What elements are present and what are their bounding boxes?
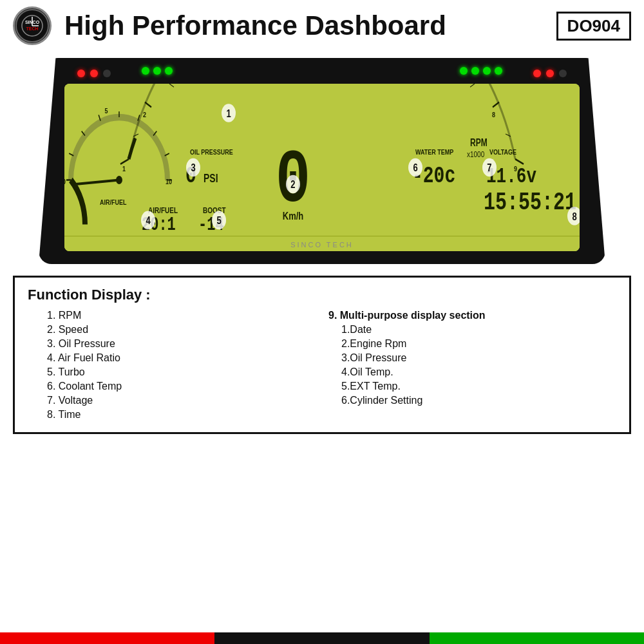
led-left-1 (77, 70, 85, 77)
led-cr-3 (483, 67, 491, 75)
list-item: 7. Voltage (34, 395, 316, 406)
function-title: Function Display : (28, 287, 616, 303)
led-cl-2 (153, 67, 161, 75)
svg-text:8: 8 (492, 111, 495, 118)
logo-area: SINCO TECH (13, 6, 52, 45)
sub-list-item: 2.Engine Rpm (328, 338, 610, 350)
svg-text:OIL PRESSURE: OIL PRESSURE (190, 148, 233, 156)
svg-text:3: 3 (191, 162, 195, 174)
led-cr-4 (495, 67, 502, 75)
dashboard: SINCO TECH (39, 58, 605, 264)
led-left-2 (90, 70, 98, 77)
bar-green (430, 632, 644, 644)
right-button-bot[interactable] (604, 148, 609, 164)
bar-red (0, 632, 214, 644)
left-button-top[interactable] (35, 97, 40, 112)
svg-text:6: 6 (413, 162, 417, 174)
left-button-bot[interactable] (35, 148, 40, 164)
led-cl-3 (165, 67, 173, 75)
list-item: 1. RPM (34, 310, 316, 321)
led-cr-2 (471, 67, 479, 75)
leds-center-right (460, 67, 502, 75)
svg-text:Km/h: Km/h (283, 209, 303, 222)
list-item-coolant-temp: 6. Coolant Temp (34, 381, 316, 392)
list-item: 8. Time (34, 409, 316, 421)
svg-text:WATER TEMP: WATER TEMP (415, 148, 453, 156)
svg-text:2: 2 (143, 111, 146, 118)
sub-list-item: 3.Oil Pressure (328, 352, 610, 364)
led-cl-1 (142, 67, 149, 75)
svg-text:TECH: TECH (26, 26, 38, 31)
right-button-mid[interactable] (604, 122, 609, 138)
brand-label: SINCO TECH (290, 241, 354, 249)
led-right-2 (546, 70, 554, 77)
leds-center-left (142, 67, 173, 75)
function-cols: 1. RPM 2. Speed 3. Oil Pressure 4. Air F… (28, 310, 616, 423)
svg-text:5: 5 (105, 106, 108, 114)
model-badge: DO904 (556, 12, 631, 41)
svg-text:2017-07-29: 2017-07-29 (214, 250, 430, 251)
right-section-header: 9. Multi-purpose display section (328, 310, 610, 321)
bottom-bars (0, 632, 644, 644)
sub-list-item: 1.Date (328, 324, 610, 336)
dashboard-container: SINCO TECH (0, 52, 644, 270)
function-col-right: 9. Multi-purpose display section 1.Date … (322, 310, 616, 423)
svg-text:1: 1 (122, 165, 126, 173)
right-button-top[interactable] (604, 97, 609, 112)
list-item: 4. Air Fuel Ratio (34, 352, 316, 364)
lcd-screen: 0 5 10 AIR/FUEL (64, 84, 580, 251)
sub-list-item: 5.EXT Temp. (328, 381, 610, 392)
leds-left (77, 70, 111, 77)
led-left-3 (103, 70, 111, 77)
led-right-3 (559, 70, 567, 77)
led-right-1 (533, 70, 541, 77)
list-item: 5. Turbo (34, 366, 316, 378)
svg-text:7: 7 (487, 162, 491, 174)
svg-text:RPM: RPM (470, 137, 488, 149)
function-col-left: 1. RPM 2. Speed 3. Oil Pressure 4. Air F… (28, 310, 322, 423)
sub-list-item: 4.Oil Temp. (328, 366, 610, 378)
svg-text:10: 10 (166, 178, 172, 185)
rpm-display: 0 5 10 AIR/FUEL (64, 84, 580, 251)
svg-text:1: 1 (226, 107, 231, 119)
svg-text:0: 0 (64, 178, 66, 185)
right-sub-list: 1.Date 2.Engine Rpm 3.Oil Pressure 4.Oil… (328, 324, 610, 406)
svg-point-20 (116, 176, 122, 184)
svg-text:15:55:21: 15:55:21 (484, 188, 576, 216)
page-title: High Performance Dashboard (64, 10, 556, 41)
list-item: 2. Speed (34, 324, 316, 336)
bar-black (214, 632, 429, 644)
sincotech-logo: SINCO TECH (13, 6, 52, 45)
left-items-list: 1. RPM 2. Speed 3. Oil Pressure 4. Air F… (34, 310, 316, 421)
svg-text:PSI: PSI (204, 172, 218, 185)
svg-text:2: 2 (290, 178, 295, 191)
svg-text:5: 5 (216, 214, 221, 227)
svg-text:VOLTAGE: VOLTAGE (489, 148, 516, 156)
left-button-mid[interactable] (35, 122, 40, 138)
leds-right (533, 70, 567, 77)
list-item: 3. Oil Pressure (34, 338, 316, 350)
function-display: Function Display : 1. RPM 2. Speed 3. Oi… (13, 276, 631, 434)
led-cr-1 (460, 67, 468, 75)
svg-text:4: 4 (146, 214, 151, 227)
svg-text:8: 8 (572, 210, 576, 222)
svg-text:x1000: x1000 (467, 150, 484, 158)
sub-list-item: 6.Cylinder Setting (328, 395, 610, 406)
svg-text:AIR/FUEL: AIR/FUEL (100, 198, 127, 206)
header: SINCO TECH High Performance Dashboard DO… (0, 0, 644, 52)
